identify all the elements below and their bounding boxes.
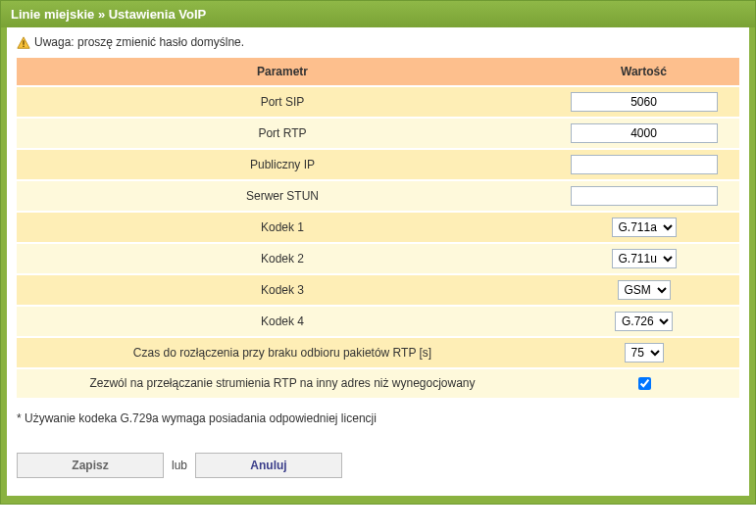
label-codec2: Kodek 2 [17, 244, 548, 273]
table-row: Serwer STUN [17, 181, 739, 211]
svg-rect-1 [23, 40, 24, 44]
footnote: * Używanie kodeka G.729a wymaga posiadan… [17, 411, 739, 425]
cancel-button[interactable]: Anuluj [195, 453, 342, 478]
label-rtp-port: Port RTP [17, 119, 548, 148]
table-row: Publiczny IP [17, 150, 739, 179]
table-row: Kodek 1 G.711a [17, 213, 739, 242]
label-codec3: Kodek 3 [17, 275, 548, 305]
select-codec4[interactable]: G.726 [615, 312, 673, 331]
select-codec1[interactable]: G.711a [612, 218, 677, 237]
col-header-value: Wartość [548, 58, 739, 85]
label-stun: Serwer STUN [17, 181, 548, 211]
warning-text: Uwaga: proszę zmienić hasło domyślne. [34, 35, 244, 49]
breadcrumb-item-1: Linie miejskie [11, 7, 94, 22]
table-row: Kodek 2 G.711u [17, 244, 739, 273]
save-button[interactable]: Zapisz [17, 453, 164, 478]
label-rtp-switch: Zezwól na przełączanie strumienia RTP na… [17, 369, 548, 398]
settings-table: Parametr Wartość Port SIP Port RTP Publi… [17, 56, 739, 400]
table-row: Port RTP [17, 119, 739, 148]
input-public-ip[interactable] [571, 155, 718, 174]
button-row: Zapisz lub Anuluj [17, 453, 739, 478]
input-stun[interactable] [571, 186, 718, 206]
svg-rect-2 [23, 45, 24, 46]
label-codec4: Kodek 4 [17, 307, 548, 336]
label-public-ip: Publiczny IP [17, 150, 548, 179]
input-sip-port[interactable] [571, 92, 718, 112]
select-codec2[interactable]: G.711u [612, 249, 677, 268]
warning-banner: Uwaga: proszę zmienić hasło domyślne. [17, 33, 739, 56]
page-frame: Linie miejskie » Ustawienia VoIP Uwaga: … [0, 0, 756, 505]
content-panel: Uwaga: proszę zmienić hasło domyślne. Pa… [7, 27, 749, 496]
or-label: lub [172, 459, 187, 472]
select-codec3[interactable]: GSM [618, 280, 671, 300]
table-row: Zezwól na przełączanie strumienia RTP na… [17, 369, 739, 398]
table-row: Czas do rozłączenia przy braku odbioru p… [17, 338, 739, 367]
table-header-row: Parametr Wartość [17, 58, 739, 85]
table-row: Kodek 3 GSM [17, 275, 739, 305]
table-row: Kodek 4 G.726 [17, 307, 739, 336]
breadcrumb-item-2: Ustawienia VoIP [109, 7, 206, 22]
label-codec1: Kodek 1 [17, 213, 548, 242]
select-rtp-timeout[interactable]: 75 [625, 343, 664, 363]
label-sip-port: Port SIP [17, 87, 548, 117]
breadcrumb-sep: » [94, 7, 108, 22]
label-rtp-timeout: Czas do rozłączenia przy braku odbioru p… [17, 338, 548, 367]
input-rtp-port[interactable] [571, 123, 718, 143]
warning-icon [17, 36, 30, 50]
breadcrumb: Linie miejskie » Ustawienia VoIP [1, 1, 755, 27]
col-header-param: Parametr [17, 58, 548, 85]
checkbox-rtp-switch[interactable] [638, 377, 651, 390]
table-row: Port SIP [17, 87, 739, 117]
